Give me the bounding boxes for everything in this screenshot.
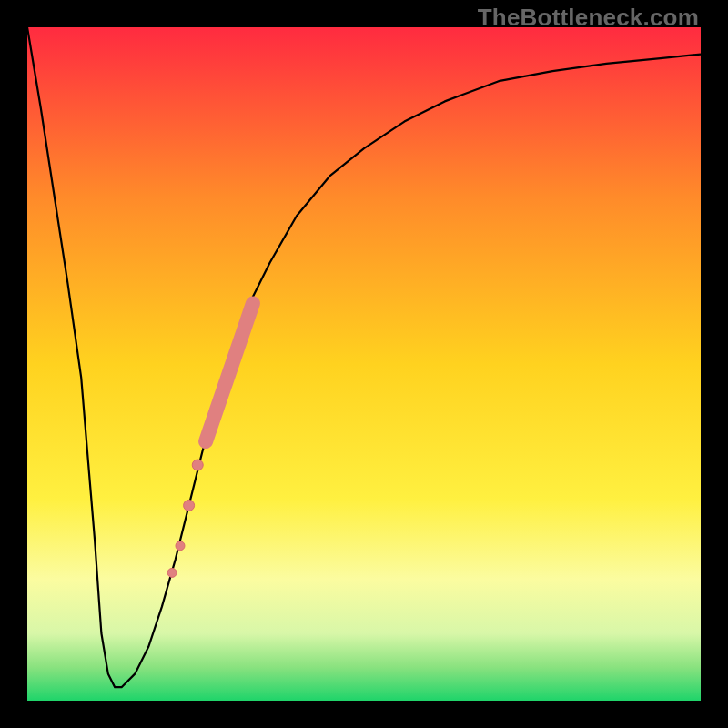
gradient-background (27, 27, 701, 701)
highlight-dot (176, 541, 185, 551)
chart-svg (27, 27, 701, 701)
chart-frame: TheBottleneck.com (0, 0, 728, 728)
highlight-dot (167, 568, 177, 577)
plot-area (27, 27, 701, 701)
highlight-dot (184, 500, 195, 511)
watermark-text: TheBottleneck.com (478, 4, 699, 32)
highlight-dot (192, 460, 203, 470)
